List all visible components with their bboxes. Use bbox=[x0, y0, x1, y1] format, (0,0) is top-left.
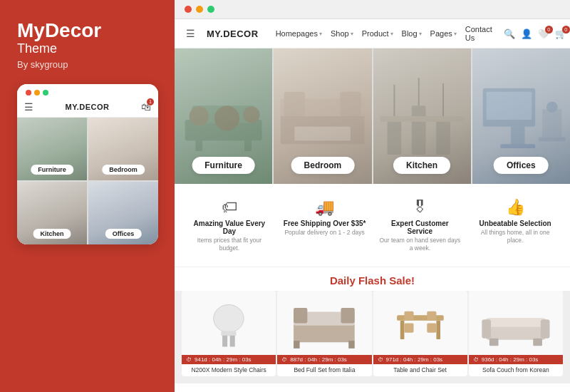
svg-rect-40 bbox=[404, 311, 413, 320]
nav-hamburger-icon[interactable]: ☰ bbox=[186, 28, 195, 39]
mobile-dots bbox=[26, 90, 48, 96]
browser-chrome bbox=[175, 0, 570, 19]
timer-icon-3: ⏱ bbox=[473, 356, 479, 363]
flash-item-table[interactable]: ⏱ 971d : 04h : 29m : 03s Table and Chair… bbox=[373, 291, 467, 376]
mobile-brand: MY.DECOR bbox=[65, 103, 109, 111]
svg-rect-28 bbox=[222, 335, 227, 346]
svg-rect-13 bbox=[411, 105, 425, 155]
flash-item-bed[interactable]: ⏱ 887d : 04h : 29m : 03s Bed Full Set fr… bbox=[277, 291, 371, 376]
brand-subtitle: Theme bbox=[17, 42, 157, 56]
mobile-label-furniture: Furniture bbox=[31, 165, 73, 175]
mobile-label-bedroom: Bedroom bbox=[102, 165, 145, 175]
browser-dot-red[interactable] bbox=[185, 6, 192, 13]
features-strip: 🏷 Amazing Value Every Day Items prices t… bbox=[175, 184, 570, 267]
svg-rect-47 bbox=[489, 338, 499, 346]
account-icon[interactable]: 👤 bbox=[521, 29, 532, 39]
wishlist-icon[interactable]: 🤍 0 bbox=[538, 29, 549, 39]
feature-value: 🏷 Amazing Value Every Day Items prices t… bbox=[182, 194, 277, 257]
hero-furniture[interactable]: Furniture bbox=[175, 48, 272, 184]
browser-dot-yellow[interactable] bbox=[196, 6, 203, 13]
svg-rect-33 bbox=[341, 308, 355, 323]
wishlist-badge: 0 bbox=[545, 26, 553, 33]
mobile-top-bar bbox=[17, 84, 158, 98]
timer-icon-2: ⏱ bbox=[378, 356, 383, 363]
mobile-item-furniture[interactable]: Furniture bbox=[17, 118, 87, 180]
search-icon[interactable]: 🔍 bbox=[504, 29, 515, 39]
flash-timer-0: ⏱ 941d : 04h : 29m : 03s bbox=[182, 355, 276, 364]
hero-kitchen[interactable]: Kitchen bbox=[373, 48, 471, 184]
nav-blog[interactable]: Blog ▾ bbox=[402, 25, 422, 42]
svg-point-26 bbox=[214, 304, 244, 332]
timer-icon-0: ⏱ bbox=[186, 356, 192, 363]
feature-desc-1: Popular delivery on 1 - 2 days bbox=[283, 229, 367, 237]
flash-item-chair[interactable]: ⏱ 941d : 04h : 29m : 03s N200X Modern St… bbox=[182, 291, 276, 376]
svg-rect-27 bbox=[222, 331, 237, 336]
svg-rect-36 bbox=[397, 315, 444, 321]
hero-label-kitchen: Kitchen bbox=[393, 157, 450, 174]
cart-icon[interactable]: 🛒 0 bbox=[555, 29, 566, 39]
timer-icon-1: ⏱ bbox=[281, 356, 287, 363]
nav-brand[interactable]: MY.DECOR bbox=[207, 29, 259, 39]
dot-red bbox=[26, 90, 31, 96]
shipping-icon: 🚚 bbox=[283, 198, 367, 217]
svg-rect-6 bbox=[244, 137, 252, 151]
flash-img-bed bbox=[277, 291, 371, 355]
flash-img-chair bbox=[182, 291, 276, 355]
flash-timer-1: ⏱ 887d : 04h : 29m : 03s bbox=[277, 355, 371, 364]
svg-rect-25 bbox=[539, 137, 565, 141]
svg-rect-46 bbox=[541, 319, 550, 338]
flash-item-sofa[interactable]: ⏱ 936d : 04h : 29m : 03s Sofa Couch from… bbox=[469, 291, 563, 376]
mobile-item-kitchen[interactable]: Kitchen bbox=[17, 182, 87, 244]
nav-pages[interactable]: Pages ▾ bbox=[430, 25, 457, 42]
flash-name-2: Table and Chair Set bbox=[373, 364, 467, 376]
brand-title: MyDecor bbox=[17, 20, 157, 42]
mobile-item-offices[interactable]: Offices bbox=[88, 182, 158, 244]
svg-rect-41 bbox=[427, 323, 436, 332]
svg-rect-15 bbox=[380, 116, 464, 122]
svg-rect-30 bbox=[294, 323, 356, 342]
svg-rect-34 bbox=[294, 341, 301, 349]
nav-contact[interactable]: Contact Us bbox=[465, 25, 492, 42]
brand-by: By skygroup bbox=[17, 59, 157, 70]
hero-offices[interactable]: Offices bbox=[472, 48, 570, 184]
browser-dot-green[interactable] bbox=[207, 6, 214, 13]
mobile-mockup: ☰ MY.DECOR 🛍 1 Furniture Bedroom Kitchen bbox=[17, 84, 158, 244]
svg-point-3 bbox=[214, 105, 239, 130]
mobile-item-bedroom[interactable]: Bedroom bbox=[88, 118, 158, 180]
flash-name-3: Sofa Couch from Korean bbox=[469, 364, 563, 376]
svg-rect-38 bbox=[436, 320, 440, 339]
nav-shop[interactable]: Shop ▾ bbox=[331, 25, 353, 42]
svg-point-24 bbox=[546, 101, 558, 113]
svg-rect-5 bbox=[195, 137, 202, 151]
svg-rect-37 bbox=[400, 320, 404, 339]
svg-rect-45 bbox=[482, 319, 491, 338]
selection-icon: 👍 bbox=[473, 198, 557, 217]
mobile-cart-icon[interactable]: 🛍 1 bbox=[141, 101, 151, 113]
left-panel: MyDecor Theme By skygroup ☰ MY.DECOR 🛍 1… bbox=[0, 0, 175, 392]
nav-icons: 🔍 👤 🤍 0 🛒 0 bbox=[504, 29, 566, 39]
svg-point-4 bbox=[243, 106, 260, 123]
mobile-menu-icon[interactable]: ☰ bbox=[24, 101, 33, 113]
feature-service: 🎖 Expert Customer Service Our team on ha… bbox=[373, 194, 468, 257]
hero-label-offices: Offices bbox=[494, 157, 549, 174]
timer-value-1: 887d : 04h : 29m : 03s bbox=[290, 356, 347, 363]
feature-title-1: Free Shipping Over $35* bbox=[283, 220, 367, 227]
svg-rect-11 bbox=[295, 127, 351, 141]
dot-green bbox=[43, 90, 48, 96]
svg-rect-10 bbox=[340, 92, 361, 116]
svg-rect-22 bbox=[500, 144, 535, 148]
nav-product[interactable]: Product ▾ bbox=[362, 25, 393, 42]
hero-bedroom[interactable]: Bedroom bbox=[274, 48, 371, 184]
svg-rect-35 bbox=[349, 341, 356, 349]
feature-title-2: Expert Customer Service bbox=[378, 220, 462, 235]
feature-desc-3: All things home, all in one place. bbox=[473, 229, 557, 244]
nav-homepages[interactable]: Homepages ▾ bbox=[276, 25, 322, 42]
svg-rect-42 bbox=[404, 323, 413, 332]
mobile-category-grid: Furniture Bedroom Kitchen Offices bbox=[17, 118, 158, 244]
feature-desc-0: Items prices that fit your budget. bbox=[187, 237, 271, 252]
service-icon: 🎖 bbox=[378, 198, 462, 217]
svg-rect-39 bbox=[427, 311, 436, 320]
svg-rect-32 bbox=[294, 308, 308, 323]
feature-desc-2: Our team on hand seven days a week. bbox=[378, 237, 462, 252]
timer-value-2: 971d : 04h : 29m : 03s bbox=[386, 356, 443, 363]
